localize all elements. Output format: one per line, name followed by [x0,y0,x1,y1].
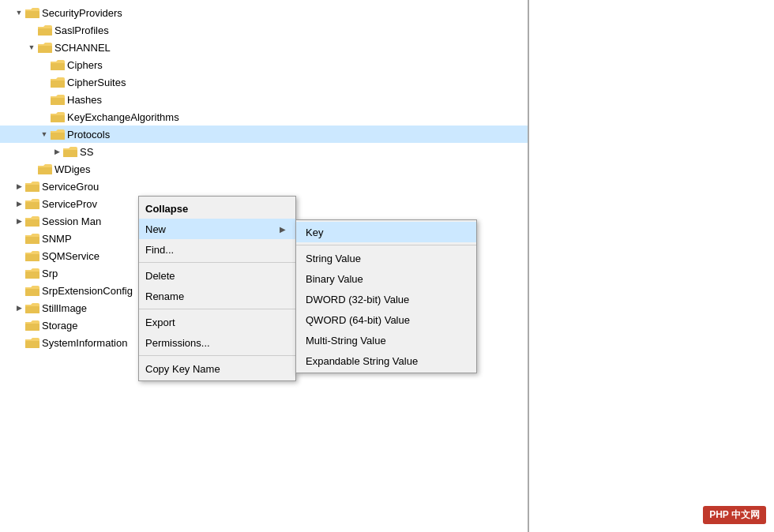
folder-icon [38,41,52,54]
submenu: Key String Value Binary Value DWORD (32-… [295,219,477,373]
folder-icon [51,111,65,123]
submenu-item-label: Expandable String Value [306,355,418,367]
expander-icon[interactable]: ▶ [13,197,25,210]
folder-icon [25,6,39,19]
tree-item-schannel[interactable]: ▼ SCHANNEL [0,39,528,56]
tree-item-hashes[interactable]: Hashes [0,91,528,108]
tree-item-label: Hashes [67,94,102,106]
expander-icon [13,232,25,245]
value-pane [529,0,774,532]
svg-rect-59 [25,341,39,348]
tree-item-label: Srp [42,268,58,279]
folder-icon [38,24,52,36]
submenu-item-expandable-string[interactable]: Expandable String Value [296,350,476,371]
submenu-item-label: Key [306,227,323,238]
expander-icon [25,163,38,175]
menu-item-copy-key[interactable]: Copy Key Name [139,358,295,379]
menu-item-label: Rename [145,290,184,302]
submenu-item-string-value[interactable]: String Value [296,248,476,268]
submenu-item-key[interactable]: Key [296,222,476,242]
svg-rect-23 [51,133,65,140]
svg-rect-14 [51,81,65,88]
tree-item-sasl-profiles[interactable]: SaslProfiles [0,21,528,39]
submenu-item-multi-string[interactable]: Multi-String Value [296,330,476,350]
tree-item-label: ServiceProv [42,198,97,210]
tree-item-security-providers[interactable]: ▼ SecurityProviders [0,4,528,21]
tree-item-cipher-suites[interactable]: CipherSuites [0,73,528,91]
submenu-item-label: DWORD (32-bit) Value [306,294,409,305]
svg-rect-35 [25,202,39,209]
submenu-item-qword-value[interactable]: QWORD (64-bit) Value [296,309,476,330]
tree-item-protocols[interactable]: ▼ Protocols [0,126,528,143]
expander-icon [13,267,25,279]
expander-icon[interactable]: ▶ [13,215,25,227]
expander-icon[interactable]: ▼ [25,41,38,54]
menu-item-collapse[interactable]: Collapse [139,198,295,219]
menu-item-label: Collapse [145,203,188,215]
svg-rect-53 [25,306,39,313]
tree-item-label: SQMService [42,250,100,262]
tree-item-ssl[interactable]: ▶ SS [0,143,528,160]
menu-item-delete[interactable]: Delete [139,265,295,286]
expander-icon [13,336,25,349]
expander-icon [38,76,51,88]
svg-rect-32 [25,185,39,192]
expander-icon [13,249,25,262]
expander-icon[interactable]: ▶ [13,180,25,193]
tree-item-service-group[interactable]: ▶ ServiceGrou [0,178,528,195]
expander-icon[interactable]: ▶ [51,145,63,158]
menu-item-find[interactable]: Find... [139,239,295,260]
submenu-item-label: String Value [306,253,361,264]
folder-icon [51,93,65,106]
submenu-item-dword-value[interactable]: DWORD (32-bit) Value [296,289,476,309]
folder-icon [25,319,39,332]
menu-separator [139,262,295,263]
context-menu: Collapse New ▶ Find... Delete Rename Exp… [138,196,296,381]
tree-item-label: ServiceGrou [42,181,99,193]
tree-item-label: CipherSuites [67,77,126,88]
folder-icon [25,197,39,210]
menu-item-export[interactable]: Export [139,312,295,332]
svg-rect-5 [38,28,52,36]
tree-item-label: WDiges [54,163,91,175]
svg-rect-29 [38,167,52,174]
svg-rect-11 [51,63,65,70]
expander-icon [13,284,25,297]
tree-item-wdigest[interactable]: WDiges [0,160,528,178]
expander-icon [38,93,51,106]
tree-item-label: SCHANNEL [54,42,111,54]
folder-icon [51,128,65,140]
submenu-item-label: Multi-String Value [306,335,386,347]
folder-icon [25,215,39,227]
tree-item-kea[interactable]: KeyExchangeAlgorithms [0,108,528,126]
menu-separator-2 [139,309,295,309]
tree-item-label: SrpExtensionConfig [42,285,133,297]
menu-item-new[interactable]: New ▶ [139,219,295,239]
tree-item-label: Protocols [67,129,110,140]
menu-item-label: New [145,223,166,235]
tree-item-label: SaslProfiles [54,24,109,36]
expander-icon[interactable]: ▶ [13,302,25,314]
folder-icon [25,302,39,314]
submenu-item-binary-value[interactable]: Binary Value [296,268,476,289]
folder-icon [25,267,39,279]
tree-item-label: StillImage [42,302,87,314]
svg-rect-2 [25,11,39,18]
menu-item-permissions[interactable]: Permissions... [139,332,295,353]
folder-icon [25,180,39,193]
submenu-arrow-icon: ▶ [280,225,286,234]
expander-icon[interactable]: ▼ [13,6,25,19]
menu-item-rename[interactable]: Rename [139,286,295,306]
folder-icon [25,249,39,262]
menu-item-label: Permissions... [145,337,210,349]
tree-item-ciphers[interactable]: Ciphers [0,56,528,73]
svg-rect-38 [25,219,39,227]
folder-icon [63,145,77,158]
expander-icon[interactable]: ▼ [38,128,51,140]
svg-rect-8 [38,46,52,53]
tree-item-label: SNMP [42,233,72,245]
svg-rect-20 [51,115,65,122]
submenu-separator [296,245,476,245]
tree-item-label: Storage [42,320,78,332]
svg-rect-50 [25,289,39,296]
